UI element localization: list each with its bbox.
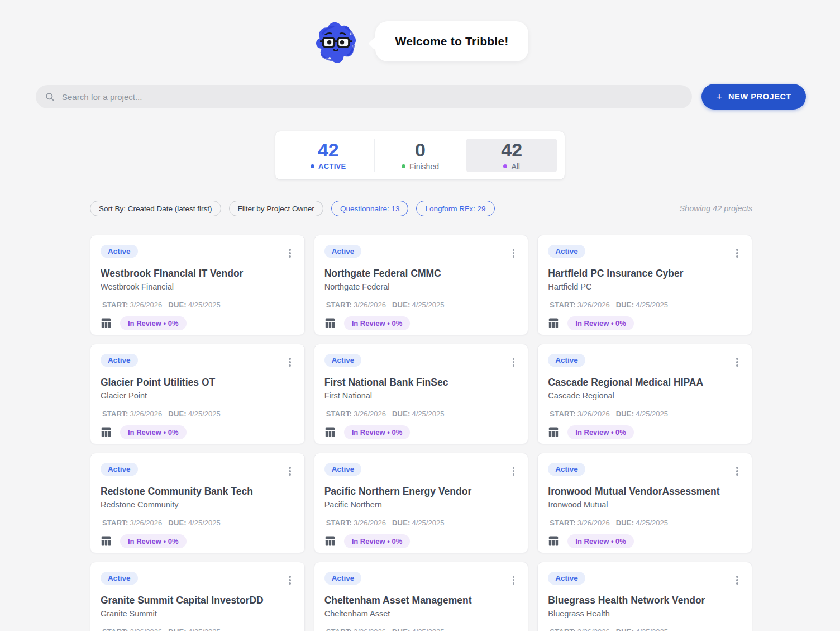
table-icon	[548, 427, 559, 437]
card-title: Granite Summit Capital InvestorDD	[101, 595, 294, 606]
finished-dot-icon	[402, 164, 405, 168]
questionnaire-filter-button[interactable]: Questionnaire: 13	[331, 201, 409, 216]
card-menu-button[interactable]	[733, 246, 742, 260]
review-status-badge: In Review • 0%	[567, 534, 634, 548]
card-menu-button[interactable]	[733, 573, 742, 587]
review-status-badge: In Review • 0%	[567, 425, 634, 439]
new-project-label: NEW PROJECT	[728, 92, 791, 101]
search-icon	[45, 92, 55, 102]
project-card[interactable]: Active Cheltenham Asset Management Chelt…	[314, 562, 529, 631]
stat-all[interactable]: 42 All	[466, 139, 557, 172]
due-label: DUE:	[168, 519, 187, 527]
project-card[interactable]: Active Glacier Point Utilities OT Glacie…	[90, 344, 305, 444]
sort-by-button[interactable]: Sort By: Created Date (latest first)	[90, 201, 221, 216]
start-label: START:	[326, 410, 352, 418]
project-card[interactable]: Active Cascade Regional Medical HIPAA Ca…	[537, 344, 752, 444]
project-card[interactable]: Active Westbrook Financial IT Vendor Wes…	[90, 235, 305, 335]
start-label: START:	[550, 410, 575, 418]
project-card[interactable]: Active Granite Summit Capital InvestorDD…	[90, 562, 305, 631]
due-label: DUE:	[616, 628, 634, 631]
project-card[interactable]: Active Ironwood Mutual VendorAssessment …	[537, 453, 752, 553]
card-subtitle: Westbrook Financial	[101, 282, 294, 291]
longform-rfx-filter-button[interactable]: Longform RFx: 29	[416, 201, 494, 216]
due-value: 4/25/2025	[636, 628, 668, 631]
due-label: DUE:	[616, 410, 634, 418]
card-dates: START:3/26/2026 DUE:4/25/2025	[324, 628, 518, 631]
start-label: START:	[326, 628, 352, 631]
search-box[interactable]	[36, 85, 692, 108]
search-input[interactable]	[62, 92, 683, 102]
stat-finished[interactable]: 0 Finished	[375, 139, 466, 172]
active-dot-icon	[311, 164, 314, 168]
project-card[interactable]: Active Pacific Northern Energy Vendor Pa…	[314, 453, 529, 553]
card-menu-button[interactable]	[285, 355, 294, 369]
card-menu-button[interactable]	[733, 355, 742, 369]
card-dates: START:3/26/2026 DUE:4/25/2025	[548, 301, 742, 309]
due-label: DUE:	[168, 628, 187, 631]
project-card[interactable]: Active Redstone Community Bank Tech Reds…	[90, 453, 305, 553]
card-subtitle: First National	[324, 391, 518, 400]
status-badge: Active	[324, 245, 362, 258]
start-label: START:	[326, 301, 352, 309]
project-card[interactable]: Active Northgate Federal CMMC Northgate …	[314, 235, 529, 335]
stat-active[interactable]: 42 ACTIVE	[283, 139, 375, 172]
due-value: 4/25/2025	[412, 519, 445, 527]
start-value: 3/26/2026	[354, 301, 386, 309]
card-menu-button[interactable]	[285, 464, 294, 478]
all-label: All	[511, 162, 520, 171]
card-title: First National Bank FinSec	[324, 377, 518, 388]
finished-label: Finished	[409, 162, 439, 171]
card-subtitle: Granite Summit	[101, 609, 294, 618]
card-subtitle: Glacier Point	[101, 391, 294, 400]
card-subtitle: Redstone Community	[101, 500, 294, 509]
card-menu-button[interactable]	[509, 355, 518, 369]
start-label: START:	[550, 301, 575, 309]
due-value: 4/25/2025	[412, 410, 445, 418]
start-value: 3/26/2026	[130, 628, 162, 631]
start-label: START:	[102, 628, 128, 631]
review-status-badge: In Review • 0%	[344, 425, 411, 439]
welcome-header: Welcome to Tribble!	[0, 0, 840, 66]
card-title: Redstone Community Bank Tech	[101, 486, 294, 497]
new-project-button[interactable]: + NEW PROJECT	[701, 84, 806, 110]
card-dates: START:3/26/2026 DUE:4/25/2025	[101, 519, 294, 527]
card-title: Bluegrass Health Network Vendor	[548, 595, 742, 606]
project-owner-filter-button[interactable]: Filter by Project Owner	[229, 201, 323, 216]
card-title: Pacific Northern Energy Vendor	[324, 486, 518, 497]
start-label: START:	[102, 410, 128, 418]
toolbar: + NEW PROJECT	[36, 84, 806, 110]
card-subtitle: Ironwood Mutual	[548, 500, 742, 509]
project-card[interactable]: Active First National Bank FinSec First …	[314, 344, 529, 444]
card-dates: START:3/26/2026 DUE:4/25/2025	[324, 301, 518, 309]
card-menu-button[interactable]	[509, 464, 518, 478]
plus-icon: +	[716, 92, 723, 102]
table-icon	[548, 536, 559, 546]
status-badge: Active	[548, 463, 585, 476]
start-value: 3/26/2026	[354, 628, 386, 631]
status-badge: Active	[101, 463, 138, 476]
status-badge: Active	[101, 572, 138, 585]
start-label: START:	[102, 519, 128, 527]
card-dates: START:3/26/2026 DUE:4/25/2025	[101, 301, 294, 309]
card-menu-button[interactable]	[509, 246, 518, 260]
card-menu-button[interactable]	[285, 573, 294, 587]
card-subtitle: Northgate Federal	[324, 282, 518, 291]
status-badge: Active	[324, 354, 362, 367]
table-icon	[324, 427, 336, 437]
table-icon	[101, 427, 112, 437]
table-icon	[101, 318, 112, 328]
card-menu-button[interactable]	[733, 464, 742, 478]
card-menu-button[interactable]	[509, 573, 518, 587]
project-card[interactable]: Active Hartfield PC Insurance Cyber Hart…	[537, 235, 752, 335]
card-menu-button[interactable]	[285, 246, 294, 260]
table-icon	[324, 536, 336, 546]
project-card[interactable]: Active Bluegrass Health Network Vendor B…	[537, 562, 752, 631]
review-status-badge: In Review • 0%	[120, 534, 187, 548]
card-dates: START:3/26/2026 DUE:4/25/2025	[548, 410, 742, 418]
review-status-badge: In Review • 0%	[344, 316, 411, 330]
due-value: 4/25/2025	[636, 519, 668, 527]
welcome-bubble: Welcome to Tribble!	[375, 21, 529, 61]
start-value: 3/26/2026	[130, 519, 162, 527]
review-status-badge: In Review • 0%	[120, 316, 187, 330]
welcome-text: Welcome to Tribble!	[395, 35, 509, 48]
